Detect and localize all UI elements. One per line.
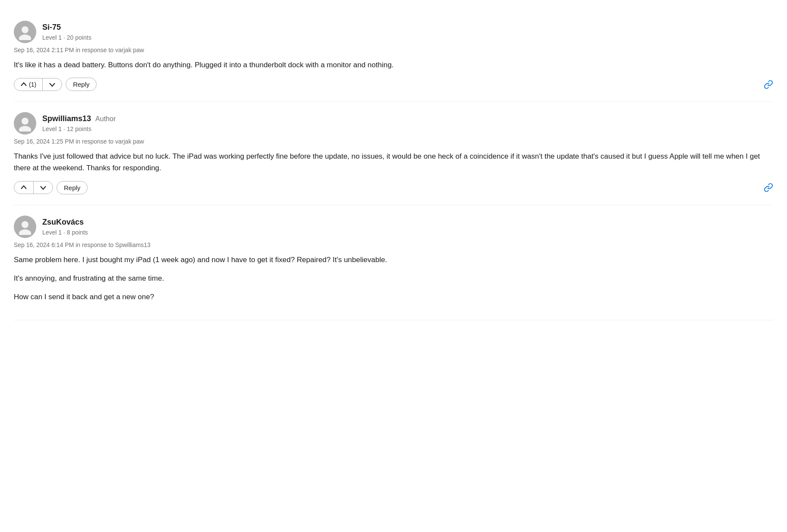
user-points: 8 points xyxy=(67,229,88,236)
svg-point-1 xyxy=(19,34,31,40)
downvote-icon xyxy=(40,184,47,191)
comment-text: Same problem here. I just bought my iPad… xyxy=(14,254,773,303)
user-header: Si-75 Level 1 · 20 points xyxy=(14,21,773,43)
comment-actions: Reply xyxy=(14,181,773,194)
comment-item: Spwilliams13 Author Level 1 · 12 points … xyxy=(14,102,773,205)
copy-link-button[interactable] xyxy=(764,183,773,192)
vote-group: (1) xyxy=(14,78,62,91)
upvote-button[interactable] xyxy=(14,182,34,194)
user-info: ZsuKovács Level 1 · 8 points xyxy=(42,216,88,237)
comment-timestamp: Sep 16, 2024 6:14 PM in response to Spwi… xyxy=(14,241,773,250)
user-name-row: Si-75 xyxy=(42,22,91,33)
comment-paragraph: How can I send it back and get a new one… xyxy=(14,291,773,303)
user-info: Si-75 Level 1 · 20 points xyxy=(42,22,91,42)
vote-group xyxy=(14,181,53,194)
downvote-button[interactable] xyxy=(43,78,62,91)
link-icon xyxy=(764,183,773,192)
avatar xyxy=(14,112,36,135)
user-meta: Level 1 · 20 points xyxy=(42,33,91,42)
user-header: ZsuKovács Level 1 · 8 points xyxy=(14,216,773,238)
upvote-icon xyxy=(20,81,27,88)
user-points: 20 points xyxy=(67,34,91,41)
svg-point-0 xyxy=(22,26,28,33)
user-name-row: ZsuKovács xyxy=(42,216,88,228)
username: Spwilliams13 xyxy=(42,113,91,125)
comment-actions: (1) Reply xyxy=(14,78,773,91)
upvote-icon xyxy=(20,184,27,191)
user-meta: Level 1 · 12 points xyxy=(42,125,116,134)
svg-point-4 xyxy=(22,221,28,228)
reply-button[interactable]: Reply xyxy=(66,78,97,91)
user-header: Spwilliams13 Author Level 1 · 12 points xyxy=(14,112,773,135)
username: ZsuKovács xyxy=(42,216,84,228)
svg-point-5 xyxy=(19,229,31,235)
user-info: Spwilliams13 Author Level 1 · 12 points xyxy=(42,113,116,134)
downvote-button[interactable] xyxy=(34,182,53,194)
copy-link-button[interactable] xyxy=(764,80,773,89)
avatar xyxy=(14,216,36,238)
comment-paragraph: It's annoying, and frustrating at the sa… xyxy=(14,272,773,284)
upvote-count: (1) xyxy=(29,81,36,88)
username: Si-75 xyxy=(42,22,61,33)
reply-button[interactable]: Reply xyxy=(57,181,88,194)
author-badge: Author xyxy=(95,114,116,124)
user-level: Level 1 xyxy=(42,229,62,236)
link-icon xyxy=(764,80,773,89)
user-name-row: Spwilliams13 Author xyxy=(42,113,116,125)
user-level: Level 1 xyxy=(42,125,62,132)
upvote-button[interactable]: (1) xyxy=(14,78,43,91)
comment-paragraph: Same problem here. I just bought my iPad… xyxy=(14,254,773,266)
comment-timestamp: Sep 16, 2024 2:11 PM in response to varj… xyxy=(14,46,773,55)
user-points: 12 points xyxy=(67,125,91,132)
comment-item: Si-75 Level 1 · 20 points Sep 16, 2024 2… xyxy=(14,10,773,102)
comment-timestamp: Sep 16, 2024 1:25 PM in response to varj… xyxy=(14,137,773,146)
comment-text: Thanks I've just followed that advice bu… xyxy=(14,150,773,174)
comment-text: It's like it has a dead battery. Buttons… xyxy=(14,59,773,71)
svg-point-3 xyxy=(19,126,31,131)
svg-point-2 xyxy=(22,118,28,125)
comment-item: ZsuKovács Level 1 · 8 points Sep 16, 202… xyxy=(14,205,773,321)
downvote-icon xyxy=(49,81,56,88)
user-meta: Level 1 · 8 points xyxy=(42,228,88,237)
avatar xyxy=(14,21,36,43)
user-level: Level 1 xyxy=(42,34,62,41)
